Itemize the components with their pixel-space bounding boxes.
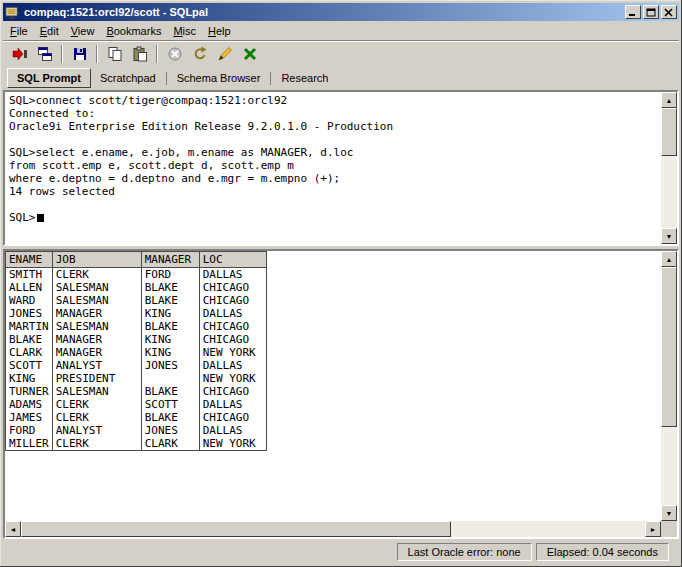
- menu-bar: FileEditViewBookmarksMiscHelp: [3, 21, 679, 40]
- status-elapsed: Elapsed: 0.04 seconds: [536, 543, 669, 561]
- table-cell: NEW YORK: [199, 346, 266, 359]
- table-cell: SALESMAN: [52, 385, 141, 398]
- table-row[interactable]: JAMESCLERKBLAKECHICAGO: [6, 411, 267, 424]
- table-cell: KING: [141, 346, 199, 359]
- sql-console[interactable]: SQL>connect scott/tiger@compaq:1521:orcl…: [5, 92, 661, 244]
- table-cell: JAMES: [6, 411, 53, 424]
- table-row[interactable]: BLAKEMANAGERKINGCHICAGO: [6, 333, 267, 346]
- column-header-job[interactable]: JOB: [52, 252, 141, 268]
- table-cell: FORD: [6, 424, 53, 437]
- table-cell: KING: [6, 372, 53, 385]
- edit-button[interactable]: [212, 43, 237, 65]
- table-row[interactable]: ALLENSALESMANBLAKECHICAGO: [6, 281, 267, 294]
- table-row[interactable]: SCOTTANALYSTJONESDALLAS: [6, 359, 267, 372]
- table-cell: NEW YORK: [199, 372, 266, 385]
- tab-separator: [166, 72, 167, 85]
- sessions-icon: [37, 46, 53, 62]
- table-cell: DALLAS: [199, 307, 266, 320]
- connect-button[interactable]: [7, 43, 32, 65]
- table-row[interactable]: JONESMANAGERKINGDALLAS: [6, 307, 267, 320]
- refresh-button[interactable]: [187, 43, 212, 65]
- scrollbar-corner: [661, 521, 677, 537]
- tab-separator: [270, 72, 271, 85]
- table-cell: BLAKE: [141, 294, 199, 307]
- clear-button[interactable]: [237, 43, 262, 65]
- menu-file[interactable]: File: [4, 23, 34, 39]
- scrollbar-thumb[interactable]: [661, 267, 677, 427]
- table-cell: CHICAGO: [199, 333, 266, 346]
- table-cell: DALLAS: [199, 398, 266, 411]
- table-row[interactable]: ADAMSCLERKSCOTTDALLAS: [6, 398, 267, 411]
- scrollbar-thumb[interactable]: [21, 521, 451, 537]
- table-row[interactable]: TURNERSALESMANBLAKECHICAGO: [6, 385, 267, 398]
- column-header-ename[interactable]: ENAME: [6, 252, 53, 268]
- results-hscrollbar[interactable]: ◄ ►: [5, 521, 661, 537]
- tab-research[interactable]: Research: [272, 69, 337, 87]
- table-row[interactable]: SMITHCLERKFORDDALLAS: [6, 268, 267, 282]
- toolbar-separator: [61, 45, 63, 63]
- menu-help[interactable]: Help: [202, 23, 237, 39]
- table-cell: BLAKE: [141, 411, 199, 424]
- table-cell: CLERK: [52, 398, 141, 411]
- table-cell: BLAKE: [141, 320, 199, 333]
- toolbar: [3, 40, 679, 66]
- table-cell: [141, 372, 199, 385]
- save-button[interactable]: [67, 43, 92, 65]
- table-cell: SMITH: [6, 268, 53, 282]
- table-cell: CHICAGO: [199, 281, 266, 294]
- console-vscrollbar[interactable]: ▲ ▼: [661, 92, 677, 244]
- sessions-button[interactable]: [32, 43, 57, 65]
- table-cell: KING: [141, 333, 199, 346]
- table-cell: SALESMAN: [52, 294, 141, 307]
- results-table: ENAMEJOBMANAGERLOCSMITHCLERKFORDDALLASAL…: [5, 251, 267, 451]
- maximize-button[interactable]: [643, 5, 659, 19]
- scroll-left-button[interactable]: ◄: [5, 521, 21, 537]
- table-cell: SCOTT: [6, 359, 53, 372]
- column-header-loc[interactable]: LOC: [199, 252, 266, 268]
- tab-schema-browser[interactable]: Schema Browser: [168, 69, 270, 87]
- close-button[interactable]: [661, 5, 677, 19]
- tab-sql-prompt[interactable]: SQL Prompt: [7, 68, 91, 88]
- table-cell: CLARK: [6, 346, 53, 359]
- stop-button[interactable]: [162, 43, 187, 65]
- scroll-down-button[interactable]: ▼: [661, 505, 677, 521]
- copy-button[interactable]: [102, 43, 127, 65]
- stop-icon: [167, 46, 183, 62]
- paste-button[interactable]: [127, 43, 152, 65]
- table-cell: BLAKE: [141, 385, 199, 398]
- table-row[interactable]: WARDSALESMANBLAKECHICAGO: [6, 294, 267, 307]
- results-vscrollbar[interactable]: ▲ ▼: [661, 251, 677, 521]
- scrollbar-thumb[interactable]: [661, 108, 677, 156]
- scroll-up-button[interactable]: ▲: [661, 251, 677, 267]
- scrollbar-track[interactable]: [21, 521, 645, 537]
- table-cell: CLERK: [52, 411, 141, 424]
- minimize-button[interactable]: [625, 5, 641, 19]
- scroll-down-button[interactable]: ▼: [661, 228, 677, 244]
- table-cell: ALLEN: [6, 281, 53, 294]
- tab-bar: SQL Prompt Scratchpad Schema Browser Res…: [3, 66, 679, 90]
- scrollbar-track[interactable]: [661, 108, 677, 228]
- column-header-manager[interactable]: MANAGER: [141, 252, 199, 268]
- status-bar: Last Oracle error: none Elapsed: 0.04 se…: [3, 539, 679, 564]
- table-cell: SALESMAN: [52, 320, 141, 333]
- table-cell: CLERK: [52, 437, 141, 451]
- menu-misc[interactable]: Misc: [167, 23, 202, 39]
- window-title: compaq:1521:orcl92/scott - SQLpal: [24, 6, 625, 18]
- tab-scratchpad[interactable]: Scratchpad: [91, 69, 165, 87]
- table-cell: CLERK: [52, 268, 141, 282]
- results-grid: ENAMEJOBMANAGERLOCSMITHCLERKFORDDALLASAL…: [5, 251, 661, 521]
- edit-pencil-icon: [217, 46, 233, 62]
- table-row[interactable]: FORDANALYSTJONESDALLAS: [6, 424, 267, 437]
- title-bar[interactable]: compaq:1521:orcl92/scott - SQLpal: [3, 3, 679, 21]
- scroll-up-button[interactable]: ▲: [661, 92, 677, 108]
- table-row[interactable]: MARTINSALESMANBLAKECHICAGO: [6, 320, 267, 333]
- scrollbar-track[interactable]: [661, 267, 677, 505]
- menu-view[interactable]: View: [65, 23, 101, 39]
- table-row[interactable]: CLARKMANAGERKINGNEW YORK: [6, 346, 267, 359]
- menu-edit[interactable]: Edit: [34, 23, 65, 39]
- table-row[interactable]: MILLERCLERKCLARKNEW YORK: [6, 437, 267, 451]
- menu-bookmarks[interactable]: Bookmarks: [100, 23, 167, 39]
- scroll-right-button[interactable]: ►: [645, 521, 661, 537]
- table-cell: SALESMAN: [52, 281, 141, 294]
- table-row[interactable]: KINGPRESIDENTNEW YORK: [6, 372, 267, 385]
